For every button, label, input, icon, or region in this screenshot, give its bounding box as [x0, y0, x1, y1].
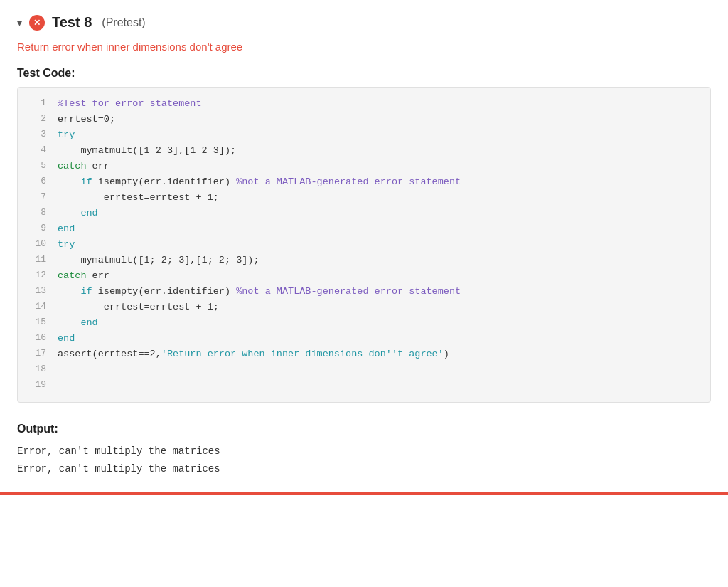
code-line: 11 mymatmult([1; 2; 3],[1; 2; 3]);	[18, 253, 710, 268]
test-header: ▾ Test 8 (Pretest)	[17, 14, 711, 31]
code-line: 16 end	[18, 331, 710, 347]
code-line: 15 end	[18, 315, 710, 331]
test-type: (Pretest)	[102, 16, 145, 29]
test-container: ▾ Test 8 (Pretest) Return error when inn…	[0, 0, 728, 495]
output-section: Output: Error, can't multiply the matric…	[17, 423, 711, 478]
code-line: 14 errtest=errtest + 1;	[18, 300, 710, 315]
test-number: Test 8	[52, 14, 92, 31]
code-line: 19	[18, 378, 710, 393]
test-code-label: Test Code:	[17, 67, 711, 80]
code-line: 6 if isempty(err.identifier) %not a MATL…	[18, 174, 710, 190]
output-label: Output:	[17, 423, 711, 435]
code-line: 9 end	[18, 221, 710, 237]
code-line: 13 if isempty(err.identifier) %not a MAT…	[18, 284, 710, 300]
code-line: 10 try	[18, 237, 710, 253]
code-line: 12 catch err	[18, 268, 710, 284]
code-line: 5 catch err	[18, 159, 710, 174]
output-line-2: Error, can't multiply the matrices	[17, 460, 711, 478]
code-line: 2 errtest=0;	[18, 112, 710, 127]
code-line: 18	[18, 362, 710, 378]
code-line: 8 end	[18, 206, 710, 221]
chevron-icon[interactable]: ▾	[17, 17, 22, 28]
test-description: Return error when inner dimensions don't…	[17, 41, 711, 53]
output-line-1: Error, can't multiply the matrices	[17, 443, 711, 460]
code-line: 3 try	[18, 127, 710, 143]
error-status-icon	[29, 15, 45, 31]
code-block: 1 %Test for error statement 2 errtest=0;…	[17, 87, 711, 403]
code-line: 17 assert(errtest==2,'Return error when …	[18, 347, 710, 362]
code-line: 7 errtest=errtest + 1;	[18, 190, 710, 206]
code-line: 1 %Test for error statement	[18, 96, 710, 112]
output-content: Error, can't multiply the matrices Error…	[17, 443, 711, 478]
code-line: 4 mymatmult([1 2 3],[1 2 3]);	[18, 143, 710, 159]
